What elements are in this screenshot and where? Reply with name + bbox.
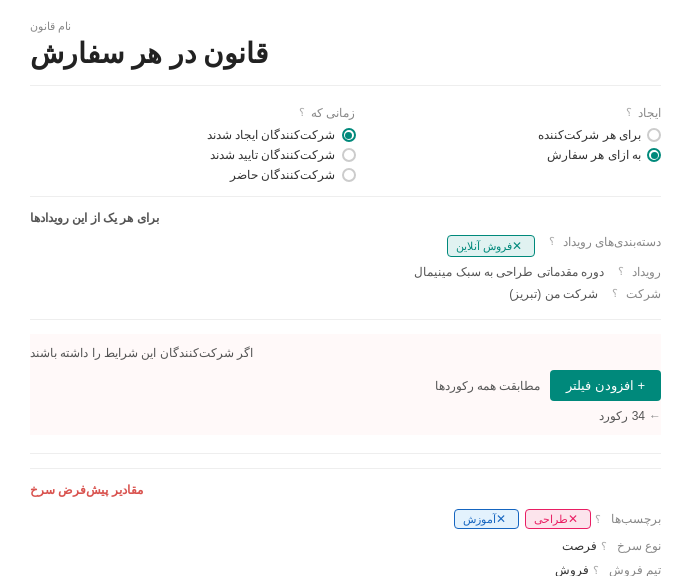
radio-text-participant: برای هر شرکت‌کننده <box>538 128 641 142</box>
categories-row: دسته‌بندی‌های رویداد ؟ ✕ فروش آنلاین <box>30 235 661 257</box>
default-question-0[interactable]: ؟ <box>601 540 607 553</box>
creation-radio-group: برای هر شرکت‌کننده به ازای هر سفارش <box>356 128 662 162</box>
match-all-label: مطابقت همه رکوردها <box>435 379 541 393</box>
tags-row: برچسب‌ها ؟ ✕ طراحی ✕ آموزش <box>30 509 661 529</box>
add-filter-button[interactable]: + افزودن فیلتر <box>550 370 661 401</box>
default-value-1: فروش <box>555 563 589 576</box>
radio-circle-participant <box>647 128 661 142</box>
divider-3 <box>30 453 661 454</box>
tag-close-online-sale[interactable]: ✕ <box>512 239 522 253</box>
radio-text-order: به ازای هر سفارش <box>547 148 641 162</box>
defaults-section: مقادیر پیش‌فرض سرخ برچسب‌ها ؟ ✕ طراحی ✕ … <box>30 468 661 576</box>
radio-text-created: شرکت‌کنندگان ایجاد شدند <box>207 128 336 142</box>
event-question[interactable]: ؟ <box>618 265 624 278</box>
record-count: ← 34 رکورد <box>30 409 661 423</box>
condition-section: اگر شرکت‌کنندگان این شرایط را داشته باشن… <box>30 334 661 435</box>
creation-question[interactable]: ؟ <box>626 106 632 119</box>
radio-circle-created <box>342 128 356 142</box>
tag-education-text: آموزش <box>463 513 496 526</box>
radio-participants-created[interactable]: شرکت‌کنندگان ایجاد شدند <box>50 128 356 142</box>
tags-label: برچسب‌ها <box>611 512 661 526</box>
events-title: برای هر یک از این رویدادها <box>30 211 661 225</box>
radio-circle-present <box>342 168 356 182</box>
event-value: دوره مقدماتی طراحی به سبک مینیمال <box>414 265 604 279</box>
default-row-1: تیم فروش ؟ فروش <box>30 563 661 576</box>
law-label: نام قانون <box>30 20 661 33</box>
defaults-title: مقادیر پیش‌فرض سرخ <box>30 483 661 497</box>
default-row-0: نوع سرخ ؟ فرصت <box>30 539 661 553</box>
radio-text-confirmed: شرکت‌کنندگان تایید شدند <box>210 148 336 162</box>
default-label-0: نوع سرخ <box>617 539 661 553</box>
company-question[interactable]: ؟ <box>612 287 618 300</box>
radio-for-each-participant[interactable]: برای هر شرکت‌کننده <box>356 128 662 142</box>
when-radio-group: شرکت‌کنندگان ایجاد شدند شرکت‌کنندگان تای… <box>50 128 356 182</box>
company-label: شرکت <box>626 287 661 301</box>
default-value-0: فرصت <box>562 539 597 553</box>
tag-online-sale-text: فروش آنلاین <box>456 240 512 253</box>
tag-online-sale[interactable]: ✕ فروش آنلاین <box>447 235 535 257</box>
default-question-1[interactable]: ؟ <box>593 564 599 577</box>
tag-design-text: طراحی <box>534 513 568 526</box>
tag-education[interactable]: ✕ آموزش <box>454 509 519 529</box>
filter-row: + افزودن فیلتر مطابقت همه رکوردها <box>30 370 661 401</box>
tag-close-education[interactable]: ✕ <box>496 512 506 526</box>
radio-per-order[interactable]: به ازای هر سفارش <box>356 148 662 162</box>
page-title: قانون در هر سفارش <box>30 37 661 86</box>
divider-2 <box>30 319 661 320</box>
event-row: رویداد ؟ دوره مقدماتی طراحی به سبک مینیم… <box>30 265 661 279</box>
condition-title: اگر شرکت‌کنندگان این شرایط را داشته باشن… <box>30 346 661 360</box>
divider-1 <box>30 196 661 197</box>
radio-circle-confirmed <box>342 148 356 162</box>
record-count-text: 34 رکورد <box>599 409 645 423</box>
radio-text-present: شرکت‌کنندگان حاضر <box>230 168 335 182</box>
radio-participants-present[interactable]: شرکت‌کنندگان حاضر <box>50 168 356 182</box>
radio-participants-confirmed[interactable]: شرکت‌کنندگان تایید شدند <box>50 148 356 162</box>
record-arrow: ← <box>649 409 661 423</box>
tag-close-design[interactable]: ✕ <box>568 512 578 526</box>
categories-label: دسته‌بندی‌های رویداد <box>563 235 661 249</box>
events-section: برای هر یک از این رویدادها دسته‌بندی‌های… <box>30 211 661 301</box>
company-value: شرکت من (تبریز) <box>509 287 598 301</box>
creation-label: ایجاد <box>638 106 661 120</box>
event-label: رویداد <box>632 265 661 279</box>
radio-circle-order <box>647 148 661 162</box>
tags-question[interactable]: ؟ <box>595 513 601 526</box>
default-label-1: تیم فروش <box>609 563 661 576</box>
when-label: زمانی که <box>311 106 355 120</box>
categories-question[interactable]: ؟ <box>549 235 555 248</box>
tag-design[interactable]: ✕ طراحی <box>525 509 591 529</box>
when-question[interactable]: ؟ <box>299 106 305 119</box>
company-row: شرکت ؟ شرکت من (تبریز) <box>30 287 661 301</box>
